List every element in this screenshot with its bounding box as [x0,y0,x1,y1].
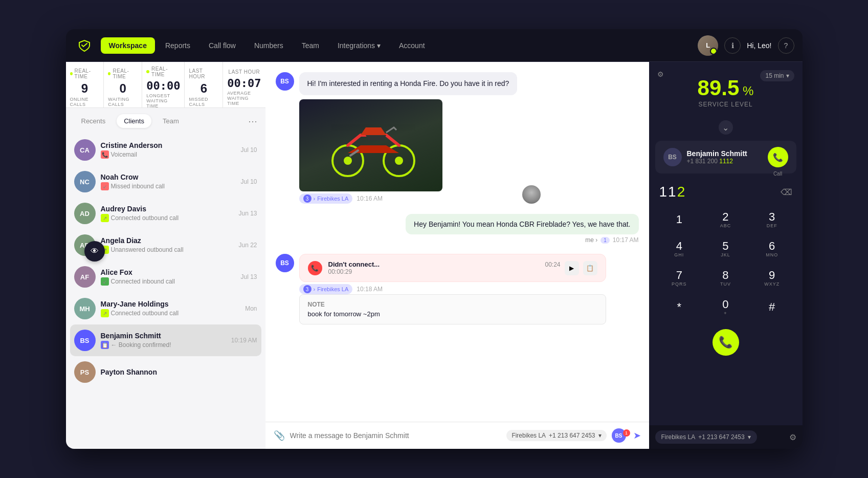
contact-name: Mary-Jane Holdings [101,300,240,308]
key-8[interactable]: 8TUV [703,265,748,292]
dialer-contact-avatar: BS [663,148,682,166]
nav-reports[interactable]: Reports [157,37,198,54]
msg-image [299,99,442,191]
contact-date: Mon [245,305,257,312]
contact-avatar-ca: CA [74,139,96,161]
left-side: Real-time 9 ONLINE CALLS Real-time 0 WAI… [66,62,265,449]
call-button[interactable]: 📞 [768,147,788,167]
sl-settings-icon[interactable]: ⚙ [657,70,664,78]
navbar: Workspace Reports Call flow Numbers Team… [66,29,803,62]
dialer-number: 112 [659,184,686,200]
tab-recents[interactable]: Recents [74,114,113,128]
contact-avatar-af: AF [74,266,96,288]
contact-item[interactable]: PS Payton Shannon [70,356,261,388]
call-fab-button[interactable]: 📞 [713,329,739,356]
contact-name: Payton Shannon [101,368,257,376]
svg-point-1 [344,157,352,165]
key-hash[interactable]: # [750,294,794,321]
nav-team[interactable]: Team [294,37,327,54]
chat-messages: BS Hi! I'm interested in renting a Honda… [265,62,649,422]
call-channel-name: Firebikes LA [317,286,348,292]
expand-button[interactable]: ⌄ [649,118,803,137]
info-button[interactable]: ℹ [724,37,741,54]
attachment-icon[interactable]: 📎 [274,430,285,441]
contacts-header: Recents Clients Team ⋯ [66,108,265,134]
call-action-play[interactable]: ▶ [565,261,579,275]
tab-clients[interactable]: Clients [117,114,151,128]
dialer-highlight: 2 [677,184,686,200]
call-channel-badge: 3 › Firebikes LA [299,284,353,294]
key-3[interactable]: 3DEF [750,206,794,233]
key-5[interactable]: 5JKL [703,235,748,263]
contact-info-ad2: Angela Diaz ↗ Unanswered outbound call [101,236,234,254]
call-action-copy[interactable]: 📋 [583,261,597,275]
tab-team[interactable]: Team [155,114,186,128]
service-level-card: ⚙ 15 min ▾ 89.5 % SERVICE LEVEL [649,62,803,118]
contact-name: Angela Diaz [101,236,234,245]
contacts-more-button[interactable]: ⋯ [248,116,257,127]
note-title: NOTE [308,301,597,308]
backspace-button[interactable]: ⌫ [781,187,792,197]
key-star[interactable]: * [657,294,702,321]
call-button-area: 📞 Call [768,147,788,167]
contact-item[interactable]: MH Mary-Jane Holdings ↗ Connected outbou… [70,293,261,324]
chat-input[interactable] [290,431,502,440]
channel-name: Firebikes LA [317,195,348,202]
stat0-value: 9 [81,81,88,96]
nav-workspace[interactable]: Workspace [101,37,155,54]
contact-avatar-mh: MH [74,298,96,319]
contacts-section: Recents Clients Team ⋯ CA Cristine Ander… [66,108,265,449]
send-area: BS 1 ➤ [612,428,641,443]
status-badge-inbound: ↙ [101,277,109,286]
reply-bubble: Hey Benjamin! You mean Honda CBR Firebla… [406,214,638,234]
note-card: NOTE book for tomorrow ~2pm [299,294,606,324]
realtime-dot [70,72,73,75]
channel-selector[interactable]: Firebikes LA +1 213 647 2453 ▾ [506,430,606,441]
bottom-channel-selector[interactable]: Firebikes LA +1 213 647 2453 ▾ [655,430,757,444]
nav-callflow[interactable]: Call flow [201,37,244,54]
user-avatar[interactable]: L [698,35,718,56]
help-button[interactable]: ? [778,37,794,54]
stat3-value: 6 [201,81,207,96]
key-6[interactable]: 6MNO [750,235,794,263]
key-9[interactable]: 9WXYZ [750,265,794,292]
contact-item[interactable]: AF Alice Fox ↙ Connected inbound call Ju… [70,261,261,293]
nav-numbers[interactable]: Numbers [246,37,292,54]
stat4-sublabel: AVERAGE WAITING TIME [227,91,261,106]
contact-item[interactable]: AD Audrey Davis ↗ Connected outbound cal… [70,198,261,229]
channel-num: 3 [303,194,311,203]
contact-name: Cristine Anderson [101,141,236,149]
key-7[interactable]: 7PQRS [657,265,702,292]
contact-item[interactable]: NC Noah Crow ↙ Missed inbound call Jul 1… [70,166,261,198]
contact-date: Jul 10 [240,178,257,185]
contact-item[interactable]: CA Cristine Anderson 📞 Voicemail Jul 10 [70,134,261,166]
stat4-value: 00:07 [227,77,261,90]
logo-icon[interactable] [74,35,95,56]
nav-integrations[interactable]: Integrations [329,37,389,54]
sender-area: BS 1 [612,428,630,443]
bottom-settings-icon[interactable]: ⚙ [789,432,796,442]
contact-info-nc: Noah Crow ↙ Missed inbound call [101,173,236,190]
key-0[interactable]: 0+ [703,294,748,321]
stat-missed-calls: Last hour 6 MISSED CALLS [185,62,223,113]
status-badge-missed: ↙ [101,182,109,190]
chevron-down-icon: ⌄ [719,120,733,135]
status-badge-booking: 📋 [101,341,109,349]
stats-bar: Real-time 9 ONLINE CALLS Real-time 0 WAI… [66,62,265,108]
contact-item-active[interactable]: BS Benjamin Schmitt 📋 ← Booking confirme… [70,324,261,356]
stat2-sublabel: LONGEST WAITING TIME [146,93,180,108]
key-4[interactable]: 4GHI [657,235,702,263]
dialer-contact-name: Benjamin Schmitt [687,149,763,158]
eye-fab[interactable]: 👁 [84,241,105,262]
sender-count: 1 [623,429,630,437]
key-2[interactable]: 2ABC [703,206,748,233]
sl-timer[interactable]: 15 min ▾ [760,70,794,81]
chat-panel: BS Hi! I'm interested in renting a Honda… [265,62,649,449]
send-button[interactable]: ➤ [633,430,641,441]
key-1[interactable]: 1 [657,206,702,233]
contact-avatar-ps: PS [74,361,96,383]
message-incoming-1: BS Hi! I'm interested in renting a Honda… [276,72,639,204]
msg-channel-badge: 3 › Firebikes LA [299,193,353,204]
nav-account[interactable]: Account [391,37,433,54]
stat3-label: Last hour [189,68,218,79]
